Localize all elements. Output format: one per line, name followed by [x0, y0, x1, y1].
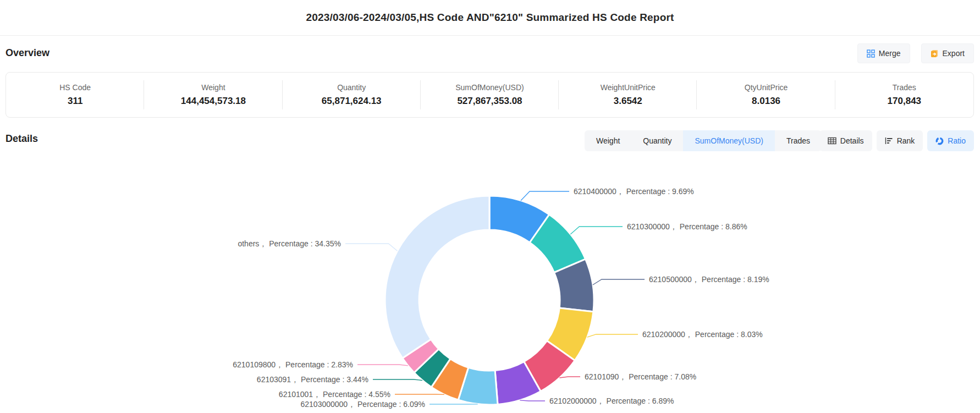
stat-column: SumOfMoney(USD) 527,867,353.08 — [421, 73, 559, 117]
slice-label: 62101090， Percentage : 7.08% — [585, 372, 696, 381]
stat-value: 65,871,624.13 — [322, 96, 382, 107]
pie-slice-others[interactable] — [385, 196, 489, 358]
stat-column: HS Code 311 — [6, 73, 144, 117]
stat-value: 170,843 — [888, 96, 921, 107]
slice-label: 6210109800， Percentage : 2.83% — [233, 360, 353, 369]
stat-column: Weight 144,454,573.18 — [144, 73, 282, 117]
slice-label: 62103091， Percentage : 3.44% — [257, 375, 368, 384]
page-title: 2023/03/06-2024/03/05,HS Code AND"6210" … — [306, 12, 674, 24]
slice-label: 62102000000， Percentage : 6.89% — [549, 397, 674, 405]
export-button-label: Export — [943, 49, 965, 58]
leader-line — [559, 377, 580, 378]
stat-value: 527,867,353.08 — [457, 96, 522, 107]
hs-code-report-page: 2023/03/06-2024/03/05,HS Code AND"6210" … — [0, 0, 980, 413]
leader-line — [521, 191, 569, 201]
title-bar: 2023/03/06-2024/03/05,HS Code AND"6210" … — [0, 0, 980, 36]
stat-column: QtyUnitPrice 8.0136 — [697, 73, 835, 117]
stat-value: 144,454,573.18 — [181, 96, 246, 107]
merge-button[interactable]: Merge — [857, 43, 910, 63]
slice-label: 6210500000， Percentage : 8.19% — [649, 275, 769, 284]
leader-line — [345, 244, 398, 251]
slice-label: 62101001， Percentage : 4.55% — [279, 390, 390, 399]
leader-line — [520, 400, 545, 401]
export-button[interactable]: Export — [921, 43, 974, 63]
stat-label: HS Code — [59, 83, 91, 92]
leader-line — [570, 227, 623, 234]
slice-label: others， Percentage : 34.35% — [238, 239, 341, 248]
stat-value: 311 — [68, 96, 82, 107]
stat-value: 8.0136 — [752, 96, 780, 107]
slice-label: 6210400000， Percentage : 9.69% — [574, 187, 694, 196]
overview-header-row: Overview Merge — [0, 40, 980, 66]
ratio-donut-chart: 6210400000， Percentage : 9.69%6210300000… — [0, 132, 980, 413]
stat-label: Trades — [893, 83, 916, 92]
stat-column: Trades 170,843 — [835, 73, 973, 117]
overview-toolbar: Merge Export — [857, 43, 974, 63]
stat-column: Quantity 65,871,624.13 — [283, 73, 421, 117]
slice-label: 62103000000， Percentage : 6.09% — [300, 400, 425, 409]
leader-line — [373, 379, 422, 381]
leader-line — [593, 279, 645, 285]
stat-label: Quantity — [337, 83, 366, 92]
merge-icon — [867, 49, 875, 58]
stat-label: WeightUnitPrice — [601, 83, 656, 92]
stats-card: HS Code 311Weight 144,454,573.18Quantity… — [5, 72, 974, 118]
stat-label: QtyUnitPrice — [745, 83, 788, 92]
stat-label: SumOfMoney(USD) — [455, 83, 524, 92]
leader-line — [587, 334, 638, 337]
leader-line — [357, 365, 408, 366]
stat-value: 3.6542 — [614, 96, 642, 107]
merge-button-label: Merge — [879, 49, 901, 58]
export-icon — [931, 49, 939, 58]
stat-label: Weight — [201, 83, 225, 92]
overview-heading: Overview — [0, 47, 49, 59]
slice-label: 6210200000， Percentage : 8.03% — [642, 330, 763, 339]
slice-label: 6210300000， Percentage : 8.86% — [627, 222, 747, 231]
stat-column: WeightUnitPrice 3.6542 — [559, 73, 697, 117]
